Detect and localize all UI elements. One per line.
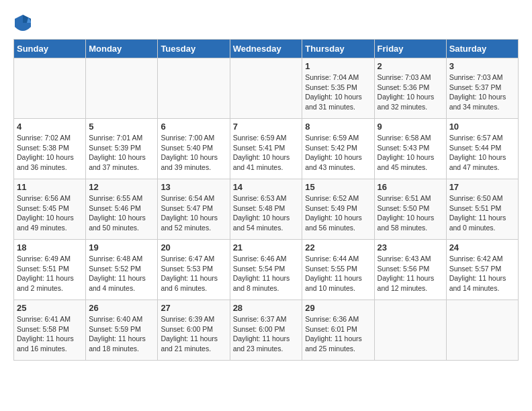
calendar-cell: 8Sunrise: 6:59 AMSunset: 5:42 PMDaylight… [302, 119, 374, 179]
day-number: 14 [233, 182, 300, 192]
day-number: 19 [89, 242, 154, 253]
day-number: 26 [89, 303, 154, 313]
calendar-cell: 29Sunrise: 6:36 AMSunset: 6:01 PMDayligh… [302, 300, 374, 361]
calendar-cell: 26Sunrise: 6:40 AMSunset: 5:59 PMDayligh… [86, 300, 158, 361]
day-number: 4 [17, 122, 83, 132]
calendar-week-row: 25Sunrise: 6:41 AMSunset: 5:58 PMDayligh… [14, 300, 519, 361]
day-number: 7 [233, 122, 300, 132]
header-tuesday: Tuesday [158, 40, 230, 58]
day-number: 9 [378, 122, 443, 132]
calendar-cell: 11Sunrise: 6:56 AMSunset: 5:45 PMDayligh… [14, 179, 86, 240]
day-info: Sunrise: 6:39 AMSunset: 6:00 PMDaylight:… [161, 314, 226, 354]
header-saturday: Saturday [446, 40, 518, 58]
calendar-cell: 3Sunrise: 7:03 AMSunset: 5:37 PMDaylight… [446, 58, 518, 119]
day-info: Sunrise: 6:56 AMSunset: 5:45 PMDaylight:… [17, 193, 83, 233]
day-info: Sunrise: 6:37 AMSunset: 6:00 PMDaylight:… [233, 314, 300, 354]
calendar-cell: 14Sunrise: 6:53 AMSunset: 5:48 PMDayligh… [230, 179, 302, 240]
calendar-cell: 22Sunrise: 6:44 AMSunset: 5:55 PMDayligh… [302, 240, 374, 300]
calendar-cell: 27Sunrise: 6:39 AMSunset: 6:00 PMDayligh… [158, 300, 230, 361]
calendar-cell: 17Sunrise: 6:50 AMSunset: 5:51 PMDayligh… [446, 179, 518, 240]
day-info: Sunrise: 6:42 AMSunset: 5:57 PMDaylight:… [449, 254, 515, 293]
day-info: Sunrise: 6:59 AMSunset: 5:42 PMDaylight:… [305, 133, 371, 173]
day-info: Sunrise: 6:50 AMSunset: 5:51 PMDaylight:… [449, 193, 515, 233]
calendar-cell [446, 300, 518, 361]
calendar-cell: 18Sunrise: 6:49 AMSunset: 5:51 PMDayligh… [14, 240, 86, 300]
calendar-cell [14, 58, 86, 119]
calendar-cell: 16Sunrise: 6:51 AMSunset: 5:50 PMDayligh… [374, 179, 446, 240]
calendar-cell: 23Sunrise: 6:43 AMSunset: 5:56 PMDayligh… [374, 240, 446, 300]
day-info: Sunrise: 6:53 AMSunset: 5:48 PMDaylight:… [233, 193, 300, 233]
day-number: 17 [449, 182, 515, 192]
header-sunday: Sunday [14, 40, 86, 58]
day-info: Sunrise: 6:59 AMSunset: 5:41 PMDaylight:… [233, 133, 300, 173]
calendar-cell: 21Sunrise: 6:46 AMSunset: 5:54 PMDayligh… [230, 240, 302, 300]
day-info: Sunrise: 7:00 AMSunset: 5:40 PMDaylight:… [161, 133, 226, 173]
calendar-week-row: 18Sunrise: 6:49 AMSunset: 5:51 PMDayligh… [14, 240, 519, 300]
calendar-cell: 12Sunrise: 6:55 AMSunset: 5:46 PMDayligh… [86, 179, 158, 240]
day-info: Sunrise: 6:43 AMSunset: 5:56 PMDaylight:… [378, 254, 443, 293]
calendar-cell: 28Sunrise: 6:37 AMSunset: 6:00 PMDayligh… [230, 300, 302, 361]
day-number: 2 [378, 61, 443, 71]
day-info: Sunrise: 6:48 AMSunset: 5:52 PMDaylight:… [89, 254, 154, 293]
calendar-cell: 19Sunrise: 6:48 AMSunset: 5:52 PMDayligh… [86, 240, 158, 300]
day-info: Sunrise: 7:02 AMSunset: 5:38 PMDaylight:… [17, 133, 83, 173]
day-info: Sunrise: 6:46 AMSunset: 5:54 PMDaylight:… [233, 254, 300, 293]
day-number: 3 [449, 61, 515, 71]
calendar-cell [158, 58, 230, 119]
day-number: 11 [17, 182, 83, 192]
calendar-week-row: 11Sunrise: 6:56 AMSunset: 5:45 PMDayligh… [14, 179, 519, 240]
calendar-cell: 5Sunrise: 7:01 AMSunset: 5:39 PMDaylight… [86, 119, 158, 179]
day-number: 1 [305, 61, 371, 71]
calendar-header-row: SundayMondayTuesdayWednesdayThursdayFrid… [14, 40, 519, 58]
calendar-table: SundayMondayTuesdayWednesdayThursdayFrid… [13, 39, 519, 361]
day-number: 6 [161, 122, 226, 132]
calendar-cell: 4Sunrise: 7:02 AMSunset: 5:38 PMDaylight… [14, 119, 86, 179]
day-number: 12 [89, 182, 154, 192]
day-info: Sunrise: 6:55 AMSunset: 5:46 PMDaylight:… [89, 193, 154, 233]
calendar-cell: 24Sunrise: 6:42 AMSunset: 5:57 PMDayligh… [446, 240, 518, 300]
day-info: Sunrise: 7:01 AMSunset: 5:39 PMDaylight:… [89, 133, 154, 173]
day-number: 5 [89, 122, 154, 132]
day-info: Sunrise: 7:03 AMSunset: 5:37 PMDaylight:… [449, 73, 515, 112]
calendar-cell: 25Sunrise: 6:41 AMSunset: 5:58 PMDayligh… [14, 300, 86, 361]
day-info: Sunrise: 7:03 AMSunset: 5:36 PMDaylight:… [378, 73, 443, 112]
page-header [13, 13, 519, 32]
calendar-cell: 6Sunrise: 7:00 AMSunset: 5:40 PMDaylight… [158, 119, 230, 179]
day-number: 28 [233, 303, 300, 313]
calendar-cell: 2Sunrise: 7:03 AMSunset: 5:36 PMDaylight… [374, 58, 446, 119]
day-number: 24 [449, 242, 515, 253]
day-info: Sunrise: 6:47 AMSunset: 5:53 PMDaylight:… [161, 254, 226, 293]
day-number: 27 [161, 303, 226, 313]
calendar-cell: 15Sunrise: 6:52 AMSunset: 5:49 PMDayligh… [302, 179, 374, 240]
day-info: Sunrise: 6:40 AMSunset: 5:59 PMDaylight:… [89, 314, 154, 354]
calendar-cell: 13Sunrise: 6:54 AMSunset: 5:47 PMDayligh… [158, 179, 230, 240]
day-number: 16 [378, 182, 443, 192]
day-info: Sunrise: 6:52 AMSunset: 5:49 PMDaylight:… [305, 193, 371, 233]
day-number: 25 [17, 303, 83, 313]
calendar-cell [374, 300, 446, 361]
day-info: Sunrise: 6:57 AMSunset: 5:44 PMDaylight:… [449, 133, 515, 173]
calendar-cell: 20Sunrise: 6:47 AMSunset: 5:53 PMDayligh… [158, 240, 230, 300]
day-info: Sunrise: 6:51 AMSunset: 5:50 PMDaylight:… [378, 193, 443, 233]
day-info: Sunrise: 6:58 AMSunset: 5:43 PMDaylight:… [378, 133, 443, 173]
day-info: Sunrise: 6:36 AMSunset: 6:01 PMDaylight:… [305, 314, 371, 354]
header-friday: Friday [374, 40, 446, 58]
calendar-cell: 10Sunrise: 6:57 AMSunset: 5:44 PMDayligh… [446, 119, 518, 179]
logo [13, 13, 35, 32]
day-info: Sunrise: 7:04 AMSunset: 5:35 PMDaylight:… [305, 73, 371, 112]
day-number: 10 [449, 122, 515, 132]
calendar-cell: 7Sunrise: 6:59 AMSunset: 5:41 PMDaylight… [230, 119, 302, 179]
day-info: Sunrise: 6:44 AMSunset: 5:55 PMDaylight:… [305, 254, 371, 293]
calendar-week-row: 1Sunrise: 7:04 AMSunset: 5:35 PMDaylight… [14, 58, 519, 119]
calendar-cell: 9Sunrise: 6:58 AMSunset: 5:43 PMDaylight… [374, 119, 446, 179]
header-thursday: Thursday [302, 40, 374, 58]
day-number: 21 [233, 242, 300, 253]
day-number: 15 [305, 182, 371, 192]
calendar-cell [230, 58, 302, 119]
day-number: 23 [378, 242, 443, 253]
calendar-cell [86, 58, 158, 119]
day-number: 13 [161, 182, 226, 192]
day-info: Sunrise: 6:54 AMSunset: 5:47 PMDaylight:… [161, 193, 226, 233]
day-number: 20 [161, 242, 226, 253]
day-number: 8 [305, 122, 371, 132]
